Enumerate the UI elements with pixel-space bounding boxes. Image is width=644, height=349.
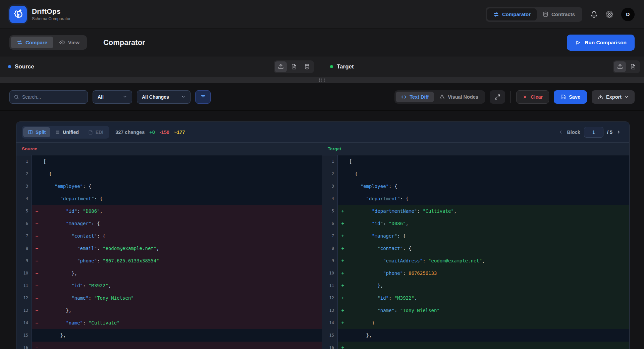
scope-select[interactable]: All [93, 90, 132, 104]
diff-line[interactable]: 16+ [322, 342, 629, 349]
diff-line[interactable]: 6− "manager": { [16, 217, 322, 230]
block-next-icon[interactable] [616, 130, 621, 135]
clear-button[interactable]: Clear [516, 90, 549, 104]
diff-line[interactable]: 7+ "manager": { [322, 230, 629, 242]
line-number: 15 [16, 329, 32, 342]
app-subtitle: Schema Comparator [32, 16, 70, 21]
block-number-input[interactable] [584, 127, 603, 138]
tab-comparator-label: Comparator [502, 11, 531, 17]
diff-line[interactable]: 4 "department": { [322, 193, 629, 205]
source-sample-data-button[interactable] [301, 61, 313, 72]
diff-line[interactable]: 12− "name": "Tony Nielsen" [16, 292, 322, 304]
diff-line[interactable]: 12+ "id": "M3922", [322, 292, 629, 304]
line-number: 5 [322, 205, 338, 217]
fullscreen-button[interactable] [490, 90, 505, 104]
source-pane-header: Source [0, 56, 322, 77]
diff-line[interactable]: 10− }, [16, 267, 322, 280]
diff-line[interactable]: 5− "id": "D086", [16, 205, 322, 217]
diff-line[interactable]: 14− "name": "Cultivate" [16, 317, 322, 329]
code-text [348, 342, 349, 349]
diff-line[interactable]: 8+ "contact": { [322, 242, 629, 255]
diff-line[interactable]: 14+ } [322, 317, 629, 329]
save-label: Save [569, 94, 580, 100]
mode-view-button[interactable]: View [53, 37, 86, 48]
line-number: 12 [16, 292, 32, 304]
change-marker: + [338, 292, 348, 304]
tab-contracts[interactable]: Contracts [537, 8, 581, 20]
text-diff-button[interactable]: Text Diff [396, 92, 434, 102]
change-marker: − [32, 242, 42, 255]
change-marker [338, 168, 348, 180]
diff-line[interactable]: 3 "employee": { [16, 180, 322, 193]
source-pane-title: Source [15, 63, 34, 70]
diff-line[interactable]: 10+ "phone": 8676256133 [322, 267, 629, 280]
line-number: 15 [322, 329, 338, 342]
change-marker: − [32, 304, 42, 317]
line-number: 6 [16, 217, 32, 230]
diff-line[interactable]: 16− [16, 342, 322, 349]
diff-line[interactable]: 2 { [16, 168, 322, 180]
search-input[interactable] [22, 94, 84, 100]
target-column-header: Target [322, 143, 629, 155]
target-paste-text-button[interactable] [627, 61, 639, 72]
line-number: 2 [16, 168, 32, 180]
search-icon [14, 94, 19, 100]
target-upload-button[interactable] [614, 61, 626, 72]
swap-icon [493, 11, 499, 17]
advanced-filter-button[interactable] [195, 90, 211, 104]
diff-line[interactable]: 9− "phone": "867.625.6133x38554" [16, 255, 322, 267]
change-marker: + [338, 242, 348, 255]
diff-line[interactable]: 11+ }, [322, 280, 629, 292]
code-text: "email": "eodom@example.net", [42, 242, 159, 255]
diff-line[interactable]: 3 "employee": { [322, 180, 629, 193]
change-type-select[interactable]: All Changes [137, 90, 191, 104]
diff-line[interactable]: 1[ [16, 155, 322, 168]
target-pane-title: Target [337, 63, 354, 70]
line-number: 8 [16, 242, 32, 255]
code-text: { [42, 168, 52, 180]
diff-line[interactable]: 9+ "emailAddress": "eodom@example.net", [322, 255, 629, 267]
target-code-pane[interactable]: 1[2 {3 "employee": {4 "department": {5+ … [322, 155, 629, 349]
diff-line[interactable]: 13+ "name": "Tony Nielsen" [322, 304, 629, 317]
diff-line[interactable]: 13− }, [16, 304, 322, 317]
source-upload-button[interactable] [275, 61, 287, 72]
change-marker: − [32, 205, 42, 217]
diff-line[interactable]: 15 }, [322, 329, 629, 342]
code-text: }, [42, 329, 66, 342]
pane-resize-splitter[interactable] [0, 77, 644, 83]
play-icon [575, 40, 581, 46]
expand-icon [494, 94, 500, 100]
change-marker [338, 193, 348, 205]
diff-line[interactable]: 1[ [322, 155, 629, 168]
code-text: "employee": { [348, 180, 397, 193]
settings-gear-icon[interactable] [606, 11, 613, 18]
block-prev-icon[interactable] [558, 130, 563, 135]
tab-edi[interactable]: EDI [84, 127, 108, 137]
code-text: "employee": { [42, 180, 91, 193]
tab-split[interactable]: Split [23, 127, 50, 137]
tab-comparator[interactable]: Comparator [487, 8, 537, 20]
export-button[interactable]: Export [592, 90, 635, 104]
diff-panes: 1[2 {3 "employee": {4 "department": {5− … [16, 155, 629, 349]
change-marker: − [32, 267, 42, 280]
mode-view-label: View [68, 40, 79, 45]
diff-line[interactable]: 8− "email": "eodom@example.net", [16, 242, 322, 255]
diff-line[interactable]: 15 }, [16, 329, 322, 342]
visual-nodes-button[interactable]: Visual Nodes [434, 92, 484, 102]
tab-unified[interactable]: Unified [50, 127, 83, 137]
notifications-bell-icon[interactable] [590, 11, 598, 18]
run-comparison-button[interactable]: Run Comparison [567, 35, 635, 51]
diff-line[interactable]: 5+ "departmentName": "Cultivate", [322, 205, 629, 217]
database-icon [543, 11, 548, 17]
diff-line[interactable]: 7− "contact": { [16, 230, 322, 242]
mode-compare-button[interactable]: Compare [11, 37, 53, 48]
source-code-pane[interactable]: 1[2 {3 "employee": {4 "department": {5− … [16, 155, 322, 349]
line-number: 9 [322, 255, 338, 267]
diff-line[interactable]: 2 { [322, 168, 629, 180]
source-paste-text-button[interactable] [288, 61, 300, 72]
save-button[interactable]: Save [554, 90, 587, 104]
diff-line[interactable]: 6+ "id": "D086", [322, 217, 629, 230]
diff-line[interactable]: 4 "department": { [16, 193, 322, 205]
diff-line[interactable]: 11− "id": "M3922", [16, 280, 322, 292]
user-avatar[interactable]: D [621, 8, 635, 21]
